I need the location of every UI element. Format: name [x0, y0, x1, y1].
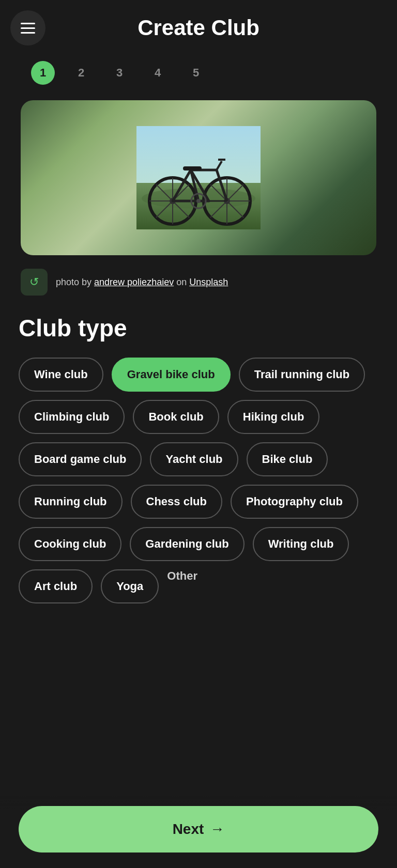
club-running[interactable]: Running club [19, 485, 123, 519]
step-3[interactable]: 3 [108, 61, 131, 85]
photo-credit: ↺ photo by andrew poliezhaiev on Unsplas… [0, 260, 397, 304]
svg-rect-20 [183, 166, 202, 171]
club-book[interactable]: Book club [133, 400, 219, 434]
next-button-label: Next [173, 821, 204, 838]
club-hiking[interactable]: Hiking club [227, 400, 320, 434]
bike-illustration [136, 126, 261, 229]
page-title: Create Club [138, 16, 259, 40]
club-type-title: Club type [19, 314, 378, 342]
club-bike[interactable]: Bike club [247, 442, 328, 476]
header: Create Club [0, 0, 397, 51]
club-writing[interactable]: Writing club [253, 527, 349, 561]
clubs-grid: Wine club Gravel bike club Trail running… [19, 358, 378, 603]
steps-container: 1 2 3 4 5 [0, 51, 397, 95]
club-board-game[interactable]: Board game club [19, 442, 142, 476]
menu-button[interactable] [10, 10, 45, 45]
photo-platform-link[interactable]: Unsplash [189, 277, 228, 287]
club-yacht[interactable]: Yacht club [150, 442, 238, 476]
menu-line-2 [21, 27, 35, 29]
hero-image-container [21, 100, 376, 255]
menu-line-1 [21, 23, 35, 24]
club-chess[interactable]: Chess club [131, 485, 222, 519]
club-art[interactable]: Art club [19, 569, 93, 603]
photo-credit-text: photo by andrew poliezhaiev on Unsplash [56, 277, 228, 288]
club-other[interactable]: Other [167, 569, 197, 583]
club-gravel-bike[interactable]: Gravel bike club [112, 358, 231, 392]
club-climbing[interactable]: Climbing club [19, 400, 125, 434]
refresh-button[interactable]: ↺ [21, 269, 48, 296]
club-photography[interactable]: Photography club [231, 485, 358, 519]
next-arrow-icon: → [210, 821, 224, 838]
club-type-section: Club type Wine club Gravel bike club Tra… [0, 304, 397, 665]
menu-line-3 [21, 32, 35, 34]
step-5[interactable]: 5 [184, 61, 208, 85]
next-button[interactable]: Next → [19, 806, 378, 853]
club-yoga[interactable]: Yoga [101, 569, 159, 603]
photo-author-link[interactable]: andrew poliezhaiev [94, 277, 174, 287]
club-trail-running[interactable]: Trail running club [239, 358, 365, 392]
club-cooking[interactable]: Cooking club [19, 527, 121, 561]
hero-image [21, 100, 376, 255]
club-gardening[interactable]: Gardening club [130, 527, 244, 561]
step-2[interactable]: 2 [69, 61, 93, 85]
club-wine[interactable]: Wine club [19, 358, 103, 392]
svg-point-24 [196, 199, 201, 203]
step-1[interactable]: 1 [31, 61, 55, 85]
next-button-container: Next → [0, 796, 397, 868]
step-4[interactable]: 4 [146, 61, 170, 85]
